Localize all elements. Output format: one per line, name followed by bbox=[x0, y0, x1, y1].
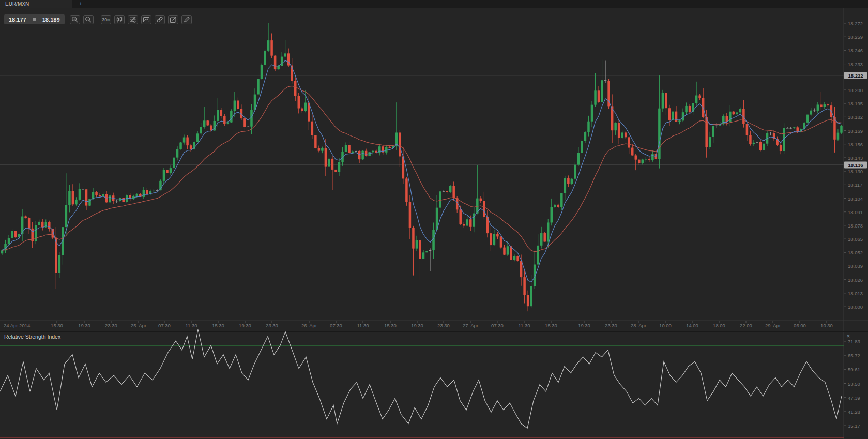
price-tick-label: 18.208 bbox=[848, 87, 863, 93]
time-tick-label: 14:00 bbox=[686, 323, 698, 328]
rsi-panel-title: Relative Strength Index bbox=[4, 334, 60, 340]
time-tick-label: 23:30 bbox=[266, 323, 278, 328]
time-tick-label: 19:30 bbox=[411, 323, 423, 328]
rsi-tick-label: 53.50 bbox=[848, 381, 860, 386]
spread-icon bbox=[33, 18, 36, 21]
rsi-tick-label: 47.39 bbox=[848, 395, 860, 400]
time-tick-label: 10:30 bbox=[820, 323, 833, 328]
link-charts-button[interactable] bbox=[155, 15, 165, 24]
price-tick-label: 18.000 bbox=[848, 304, 863, 310]
price-tick-label: 18.182 bbox=[848, 114, 863, 120]
rsi-line bbox=[0, 329, 842, 428]
time-tick-label: 15:30 bbox=[384, 323, 397, 328]
price-tick-label: 18.065 bbox=[848, 236, 863, 242]
time-tick-label: 15:30 bbox=[212, 323, 224, 328]
bid-ask-quote[interactable]: 18.177 18.189 bbox=[4, 14, 65, 24]
price-line-tag: 18.136 bbox=[844, 162, 867, 169]
time-tick-label: 19:30 bbox=[578, 323, 590, 328]
ask-price: 18.189 bbox=[42, 17, 60, 23]
time-tick-label: 15:30 bbox=[545, 323, 557, 328]
price-tick-label: 18.091 bbox=[848, 209, 863, 215]
time-tick-label: 06:00 bbox=[794, 323, 806, 328]
time-tick-label: 26. Apr bbox=[301, 323, 317, 328]
time-tick-label: 11:30 bbox=[357, 323, 369, 328]
price-chart-canvas[interactable] bbox=[0, 0, 868, 439]
price-tick-label: 18.117 bbox=[848, 182, 862, 188]
price-tick-label: 18.259 bbox=[848, 34, 863, 40]
time-tick-label: 19:30 bbox=[239, 323, 251, 328]
time-tick-label: 27. Apr bbox=[463, 323, 478, 328]
chart-layout-button[interactable] bbox=[141, 15, 151, 24]
time-tick-label: 15:30 bbox=[51, 323, 63, 328]
time-tick-label: 23:30 bbox=[105, 323, 117, 328]
ma-fast-line bbox=[2, 60, 842, 282]
price-tick-label: 18.143 bbox=[848, 155, 863, 160]
price-tick-label: 18.078 bbox=[848, 222, 863, 228]
price-tick-label: 18.013 bbox=[848, 290, 863, 296]
rsi-tick-label: 59.61 bbox=[848, 367, 860, 372]
time-tick-label: 10:00 bbox=[659, 323, 672, 328]
price-tick-label: 18.233 bbox=[848, 61, 863, 67]
zoom-out-button[interactable] bbox=[83, 15, 94, 24]
price-tick-label: 18.246 bbox=[848, 48, 863, 53]
price-tick-label: 18.104 bbox=[848, 195, 863, 201]
tab-bar: EUR/MXN + bbox=[0, 0, 868, 8]
ma-slow-line bbox=[2, 86, 842, 252]
bid-price: 18.177 bbox=[9, 17, 26, 23]
indicator-settings-button[interactable] bbox=[128, 15, 138, 24]
price-tick-label: 18.195 bbox=[848, 101, 863, 107]
time-tick-label: 23:30 bbox=[437, 323, 450, 328]
price-tick-label: 18.039 bbox=[848, 263, 863, 269]
price-line-tag: 18.222 bbox=[844, 72, 867, 79]
price-tick-label: 18.272 bbox=[848, 21, 863, 26]
rsi-tick-label: 71.83 bbox=[848, 339, 860, 344]
price-tick-label: 18.130 bbox=[848, 169, 863, 174]
price-tick-label: 18.169 bbox=[848, 128, 863, 133]
trading-app: { "tabbar": { "active_tab": "EUR/MXN", "… bbox=[0, 0, 868, 439]
time-tick-label: 07:30 bbox=[491, 323, 504, 328]
time-tick-label: 24 Apr 2014 bbox=[4, 323, 30, 328]
time-tick-label: 18:00 bbox=[713, 323, 725, 328]
price-tick-label: 18.052 bbox=[848, 250, 863, 255]
chart-type-candles-button[interactable] bbox=[114, 15, 125, 24]
rsi-tick-label: 65.72 bbox=[848, 353, 860, 358]
rsi-tick-label: 35.17 bbox=[848, 423, 860, 429]
zoom-in-button[interactable] bbox=[70, 15, 80, 24]
time-tick-label: 19:30 bbox=[78, 323, 90, 328]
new-tab-button[interactable]: + bbox=[72, 0, 89, 8]
time-tick-label: 28. Apr bbox=[631, 323, 646, 328]
time-tick-label: 11:30 bbox=[518, 323, 530, 328]
plus-icon: + bbox=[79, 1, 82, 7]
edit-chart-button[interactable] bbox=[168, 15, 178, 24]
timeframe-button[interactable]: 30m bbox=[101, 15, 111, 24]
price-tick-label: 18.156 bbox=[848, 141, 863, 147]
draw-tools-button[interactable] bbox=[181, 15, 192, 24]
price-tick-label: 18.026 bbox=[848, 277, 863, 282]
rsi-tick-label: 41.28 bbox=[848, 408, 860, 414]
toolbar-buttons: 30m bbox=[70, 15, 195, 24]
time-tick-label: 22:00 bbox=[740, 323, 752, 328]
tab-label: EUR/MXN bbox=[5, 1, 29, 7]
time-tick-label: 25. Apr bbox=[131, 323, 146, 328]
chart-toolbar: 18.177 18.189 30m bbox=[4, 14, 195, 24]
time-tick-label: 07:30 bbox=[158, 323, 171, 328]
time-tick-label: 07:30 bbox=[330, 323, 342, 328]
time-tick-label: 29. Apr bbox=[765, 323, 781, 328]
time-tick-label: 11:30 bbox=[185, 323, 197, 328]
time-tick-label: 23:30 bbox=[605, 323, 617, 328]
tab-eurmxn[interactable]: EUR/MXN bbox=[0, 0, 72, 8]
